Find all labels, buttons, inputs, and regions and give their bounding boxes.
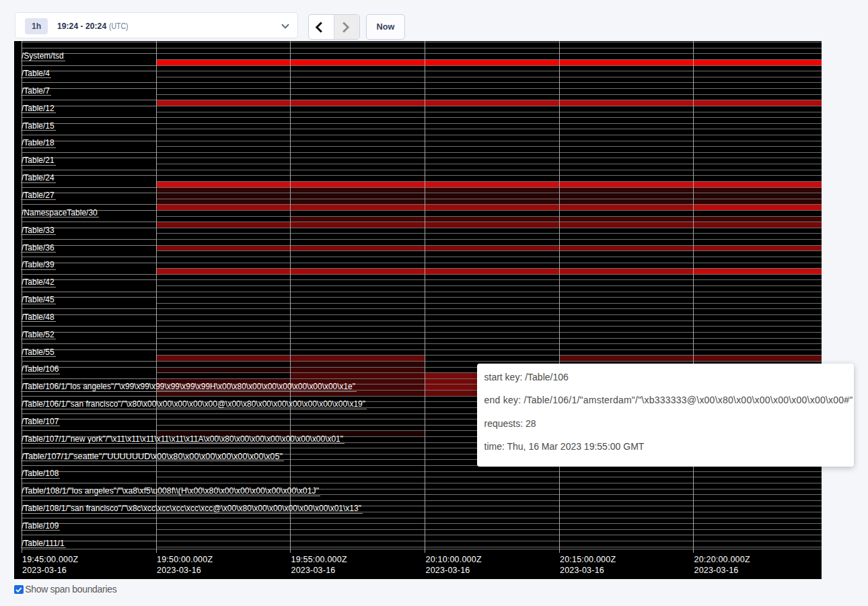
svg-text:2023-03-16: 2023-03-16 — [694, 566, 739, 575]
svg-text:/Table/27: /Table/27 — [22, 191, 55, 200]
svg-text:/Table/24: /Table/24 — [22, 173, 55, 182]
svg-text:/NamespaceTable/30: /NamespaceTable/30 — [22, 208, 98, 217]
svg-text:2023-03-16: 2023-03-16 — [560, 566, 604, 575]
svg-text:/Table/109: /Table/109 — [22, 521, 59, 531]
svg-text:/Table/107/1/"seattle"/"UUUUUU: /Table/107/1/"seattle"/"UUUUUUD\x00\x80\… — [22, 452, 283, 461]
svg-text:20:20:00.000Z: 20:20:00.000Z — [694, 555, 750, 564]
svg-text:/Table/107: /Table/107 — [22, 417, 59, 426]
svg-text:19:55:00.000Z: 19:55:00.000Z — [291, 555, 347, 564]
svg-text:2023-03-16: 2023-03-16 — [22, 566, 67, 575]
svg-text:2023-03-16: 2023-03-16 — [426, 566, 470, 575]
svg-text:20:15:00.000Z: 20:15:00.000Z — [560, 555, 616, 564]
svg-text:/Table/111/1: /Table/111/1 — [22, 539, 65, 548]
svg-text:20:10:00.000Z: 20:10:00.000Z — [426, 555, 482, 564]
svg-text:/System/tsd: /System/tsd — [22, 51, 64, 61]
svg-text:/Table/36: /Table/36 — [22, 243, 55, 252]
svg-text:/Table/107/1/"new york"/"\x11\: /Table/107/1/"new york"/"\x11\x11\x11\x1… — [22, 434, 343, 444]
svg-text:/Table/45: /Table/45 — [22, 295, 55, 304]
svg-text:/Table/15: /Table/15 — [22, 121, 55, 131]
svg-text:19:45:00.000Z: 19:45:00.000Z — [22, 555, 78, 564]
svg-text:/Table/108/1/"san francisco"/": /Table/108/1/"san francisco"/"\x8c\xcc\x… — [22, 504, 361, 513]
svg-text:/Table/4: /Table/4 — [22, 69, 50, 78]
svg-text:/Table/108/1/"los angeles"/"\x: /Table/108/1/"los angeles"/"\xa8\xf5\u00… — [22, 486, 319, 496]
svg-text:/Table/52: /Table/52 — [22, 330, 55, 339]
svg-text:/Table/12: /Table/12 — [22, 104, 55, 113]
svg-text:/Table/55: /Table/55 — [22, 347, 55, 357]
svg-text:/Table/33: /Table/33 — [22, 226, 55, 235]
svg-text:/Table/106/1/"san francisco"/": /Table/106/1/"san francisco"/"\x80\x00\x… — [22, 399, 365, 409]
svg-text:2023-03-16: 2023-03-16 — [157, 566, 201, 575]
svg-text:2023-03-16: 2023-03-16 — [291, 566, 336, 575]
svg-text:/Table/42: /Table/42 — [22, 277, 55, 287]
svg-text:19:50:00.000Z: 19:50:00.000Z — [157, 555, 213, 564]
svg-text:/Table/108: /Table/108 — [22, 469, 59, 478]
svg-text:/Table/7: /Table/7 — [22, 86, 50, 96]
svg-text:/Table/106/1/"los angeles"/"\x: /Table/106/1/"los angeles"/"\x99\x99\x99… — [22, 382, 355, 391]
svg-text:/Table/106: /Table/106 — [22, 364, 59, 374]
svg-text:/Table/39: /Table/39 — [22, 260, 55, 269]
svg-text:/Table/18: /Table/18 — [22, 138, 55, 147]
svg-text:/Table/48: /Table/48 — [22, 312, 55, 322]
svg-text:/Table/21: /Table/21 — [22, 156, 55, 165]
